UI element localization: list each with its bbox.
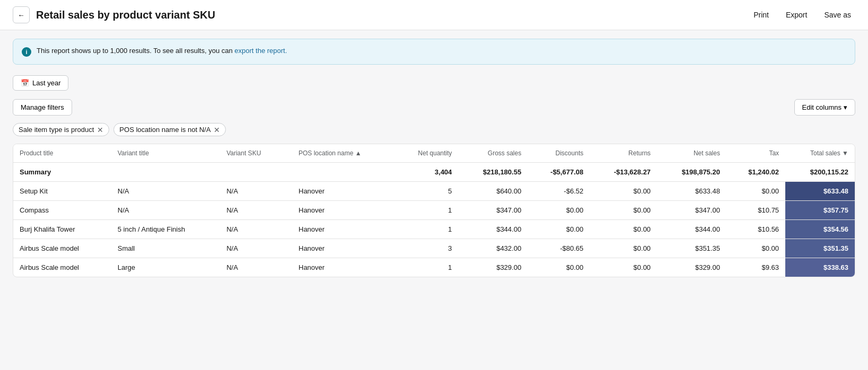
variant-title-cell: 5 inch / Antique Finish [111, 220, 220, 239]
summary-tax: $1,240.02 [726, 163, 785, 182]
summary-variant-title [111, 163, 220, 182]
returns-cell: $0.00 [590, 239, 657, 258]
summary-label: Summary [13, 163, 111, 182]
info-icon: i [22, 47, 31, 57]
export-button[interactable]: Export [782, 8, 811, 21]
variant-sku-cell: N/A [220, 182, 292, 201]
gross-sales-cell: $347.00 [458, 201, 528, 220]
discounts-cell: -$80.65 [528, 239, 590, 258]
calendar-icon: 📅 [21, 79, 29, 87]
total-sales-cell: $357.75 [785, 201, 855, 220]
banner-text-before: This report shows up to 1,000 results. T… [37, 47, 234, 55]
tax-cell: $0.00 [726, 182, 785, 201]
net-sales-cell: $633.48 [657, 182, 726, 201]
table-row: Burj Khalifa Tower5 inch / Antique Finis… [13, 220, 855, 239]
table-row: CompassN/AN/AHanover1$347.00$0.00$0.00$3… [13, 201, 855, 220]
discounts-cell: $0.00 [528, 201, 590, 220]
returns-cell: $0.00 [590, 201, 657, 220]
top-bar-actions: Print Export Save as [749, 8, 855, 21]
product-title-cell: Airbus Scale model [13, 239, 111, 258]
filter-tag-sale-type: Sale item type is product ✕ [13, 123, 109, 136]
product-title-cell: Setup Kit [13, 182, 111, 201]
col-header-gross-sales[interactable]: Gross sales [458, 144, 528, 163]
table-row: Airbus Scale modelLargeN/AHanover1$329.0… [13, 258, 855, 277]
summary-net-qty: 3,404 [395, 163, 459, 182]
filter-tag-sale-type-label: Sale item type is product [19, 126, 94, 134]
summary-gross-sales: $218,180.55 [458, 163, 528, 182]
net-qty-cell: 1 [395, 220, 459, 239]
variant-sku-cell: N/A [220, 220, 292, 239]
chevron-down-icon: ▾ [844, 103, 847, 111]
tax-cell: $0.00 [726, 239, 785, 258]
summary-net-sales: $198,875.20 [657, 163, 726, 182]
col-header-total-sales[interactable]: Total sales ▼ [785, 144, 855, 163]
net-qty-cell: 5 [395, 182, 459, 201]
net-sales-cell: $351.35 [657, 239, 726, 258]
pos-location-cell: Hanover [292, 220, 395, 239]
filter-tag-pos-location-remove[interactable]: ✕ [214, 126, 220, 134]
net-sales-cell: $344.00 [657, 220, 726, 239]
col-header-variant-sku[interactable]: Variant SKU [220, 144, 292, 163]
data-table-container: Product title Variant title Variant SKU … [13, 144, 855, 277]
returns-cell: $0.00 [590, 182, 657, 201]
table-header: Product title Variant title Variant SKU … [13, 144, 855, 163]
data-table: Product title Variant title Variant SKU … [13, 144, 855, 277]
total-sales-cell: $351.35 [785, 239, 855, 258]
net-sales-cell: $347.00 [657, 201, 726, 220]
pos-location-cell: Hanover [292, 201, 395, 220]
col-header-variant-title[interactable]: Variant title [111, 144, 220, 163]
variant-title-cell: Small [111, 239, 220, 258]
filter-tag-sale-type-remove[interactable]: ✕ [97, 126, 103, 134]
back-icon: ← [17, 11, 24, 19]
table-body: Summary 3,404 $218,180.55 -$5,677.08 -$1… [13, 163, 855, 277]
table-row: Airbus Scale modelSmallN/AHanover3$432.0… [13, 239, 855, 258]
summary-discounts: -$5,677.08 [528, 163, 590, 182]
filter-tag-pos-location-label: POS location name is not N/A [119, 126, 211, 134]
net-qty-cell: 3 [395, 239, 459, 258]
date-filter-button[interactable]: 📅 Last year [13, 75, 68, 91]
col-header-product-title[interactable]: Product title [13, 144, 111, 163]
total-sales-cell: $354.56 [785, 220, 855, 239]
manage-section: Manage filters Edit columns ▾ [13, 99, 855, 116]
top-bar: ← Retail sales by product variant SKU Pr… [0, 0, 868, 30]
date-filter-row: 📅 Last year [13, 75, 855, 91]
variant-sku-cell: N/A [220, 239, 292, 258]
returns-cell: $0.00 [590, 258, 657, 277]
pos-location-cell: Hanover [292, 239, 395, 258]
product-title-cell: Compass [13, 201, 111, 220]
summary-variant-sku [220, 163, 292, 182]
product-title-cell: Airbus Scale model [13, 258, 111, 277]
net-qty-cell: 1 [395, 258, 459, 277]
info-banner: i This report shows up to 1,000 results.… [13, 39, 855, 65]
tax-cell: $10.56 [726, 220, 785, 239]
col-header-discounts[interactable]: Discounts [528, 144, 590, 163]
top-bar-left: ← Retail sales by product variant SKU [13, 6, 215, 23]
col-header-net-qty[interactable]: Net quantity [395, 144, 459, 163]
active-filters: Sale item type is product ✕ POS location… [13, 123, 855, 136]
variant-sku-cell: N/A [220, 201, 292, 220]
col-header-returns[interactable]: Returns [590, 144, 657, 163]
product-title-cell: Burj Khalifa Tower [13, 220, 111, 239]
main-content: i This report shows up to 1,000 results.… [0, 30, 868, 286]
variant-sku-cell: N/A [220, 258, 292, 277]
save-as-button[interactable]: Save as [820, 8, 855, 21]
manage-filters-button[interactable]: Manage filters [13, 99, 72, 116]
col-header-tax[interactable]: Tax [726, 144, 785, 163]
table-row: Setup KitN/AN/AHanover5$640.00-$6.52$0.0… [13, 182, 855, 201]
back-button[interactable]: ← [13, 6, 30, 23]
total-sales-cell: $338.63 [785, 258, 855, 277]
export-report-link[interactable]: export the report. [234, 47, 287, 55]
col-header-pos-location[interactable]: POS location name ▲ [292, 144, 395, 163]
col-header-net-sales[interactable]: Net sales [657, 144, 726, 163]
net-qty-cell: 1 [395, 201, 459, 220]
edit-columns-button[interactable]: Edit columns ▾ [794, 99, 855, 116]
discounts-cell: $0.00 [528, 220, 590, 239]
summary-returns: -$13,628.27 [590, 163, 657, 182]
net-sales-cell: $329.00 [657, 258, 726, 277]
variant-title-cell: Large [111, 258, 220, 277]
total-sales-cell: $633.48 [785, 182, 855, 201]
variant-title-cell: N/A [111, 201, 220, 220]
tax-cell: $9.63 [726, 258, 785, 277]
banner-text: This report shows up to 1,000 results. T… [37, 47, 287, 55]
print-button[interactable]: Print [749, 8, 773, 21]
